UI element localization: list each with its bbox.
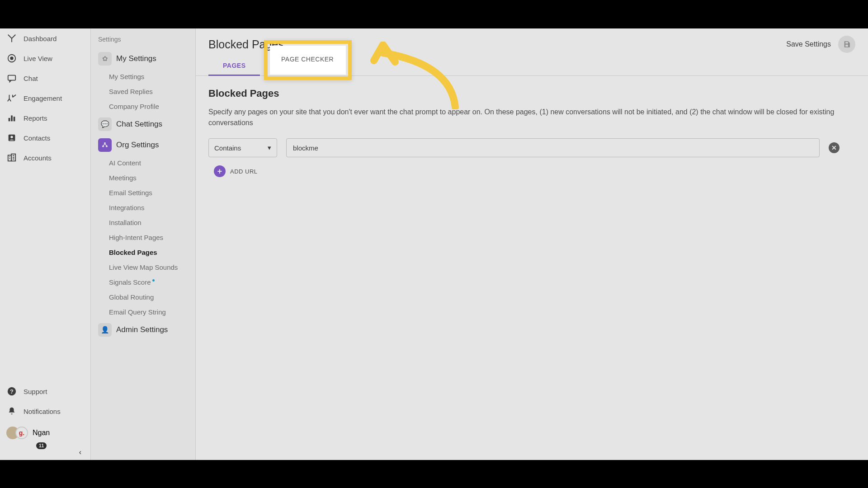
- support-icon: ?: [6, 386, 17, 397]
- nav-label: Live View: [24, 55, 52, 62]
- nav-label: Reports: [24, 114, 47, 122]
- svg-point-1: [10, 57, 13, 60]
- sub-email-settings[interactable]: Email Settings: [91, 185, 195, 200]
- liveview-icon: [6, 53, 17, 64]
- sub-global-routing[interactable]: Global Routing: [91, 290, 195, 305]
- nav-reports[interactable]: Reports: [0, 108, 90, 128]
- save-button[interactable]: [838, 36, 855, 53]
- admin-icon: 👤: [98, 323, 112, 337]
- group-label: Admin Settings: [116, 325, 168, 334]
- nav-engagement[interactable]: Engagement: [0, 88, 90, 108]
- new-dot-icon: [152, 279, 155, 282]
- nav-contacts[interactable]: Contacts: [0, 128, 90, 148]
- sub-my-settings[interactable]: My Settings: [91, 69, 195, 84]
- gear-icon: ✿: [98, 52, 112, 66]
- sub-email-query[interactable]: Email Query String: [91, 305, 195, 319]
- reports-icon: [6, 113, 17, 123]
- chat-icon: [6, 73, 17, 84]
- nav-live-view[interactable]: Live View: [0, 48, 90, 68]
- description: Specify any pages on your site that you …: [208, 107, 850, 128]
- group-label: Org Settings: [116, 141, 159, 150]
- page-title: Blocked Pages: [208, 38, 284, 51]
- section-title: Blocked Pages: [208, 88, 855, 99]
- nav-label: Notifications: [24, 408, 61, 415]
- nav-support[interactable]: ? Support: [0, 381, 90, 401]
- svg-rect-4: [11, 116, 13, 122]
- tab-pages[interactable]: PAGES: [208, 56, 260, 75]
- url-input[interactable]: [286, 138, 820, 157]
- group-admin-settings[interactable]: 👤 Admin Settings: [91, 319, 195, 340]
- tab-page-checker[interactable]: PAGE CHECKER: [260, 56, 341, 75]
- group-chat-settings[interactable]: 💬 Chat Settings: [91, 114, 195, 135]
- save-settings-label: Save Settings: [786, 40, 831, 48]
- svg-rect-3: [9, 118, 10, 121]
- svg-text:?: ?: [10, 388, 14, 395]
- sub-integrations[interactable]: Integrations: [91, 200, 195, 215]
- main-nav-sidebar: Dashboard Live View Chat Engagement Repo…: [0, 28, 91, 460]
- engagement-icon: [6, 93, 17, 103]
- accounts-icon: [6, 152, 17, 163]
- nav-notifications[interactable]: Notifications: [0, 401, 90, 421]
- dashboard-icon: [6, 33, 17, 44]
- remove-url-button[interactable]: ✕: [829, 142, 840, 153]
- save-icon: [843, 40, 851, 48]
- sub-saved-replies[interactable]: Saved Replies: [91, 84, 195, 99]
- nav-label: Chat: [24, 75, 38, 82]
- org-icon: [98, 138, 112, 152]
- svg-rect-5: [14, 117, 15, 121]
- nav-label: Contacts: [24, 134, 50, 142]
- settings-header: Settings: [91, 34, 195, 48]
- main-content: Blocked Pages Save Settings PAGES PAGE C…: [196, 28, 868, 460]
- add-url-button[interactable]: + ADD URL: [208, 163, 855, 180]
- bell-icon: [6, 406, 17, 417]
- add-url-label: ADD URL: [230, 168, 258, 175]
- header-right: Save Settings: [786, 36, 855, 53]
- condition-select[interactable]: Contains ▾: [208, 138, 277, 157]
- content: Blocked Pages Specify any pages on your …: [196, 76, 868, 460]
- notification-badge: 11: [36, 442, 47, 449]
- user-profile[interactable]: g. Ngan 11: [0, 421, 90, 445]
- sub-installation[interactable]: Installation: [91, 215, 195, 230]
- tabs: PAGES PAGE CHECKER: [196, 56, 868, 76]
- svg-point-7: [10, 136, 13, 138]
- group-org-settings[interactable]: Org Settings: [91, 135, 195, 155]
- collapse-sidebar-icon[interactable]: ‹: [79, 448, 81, 456]
- url-row: Contains ▾ ✕: [208, 138, 855, 157]
- main-header: Blocked Pages Save Settings: [196, 28, 868, 53]
- chevron-down-icon: ▾: [268, 144, 271, 152]
- sub-live-view-sounds[interactable]: Live View Map Sounds: [91, 260, 195, 275]
- nav-bottom: ? Support Notifications g. Ngan 11 ‹: [0, 381, 90, 460]
- user-name: Ngan: [33, 429, 50, 437]
- avatar-stack: g.: [6, 426, 26, 440]
- sub-blocked-pages[interactable]: Blocked Pages: [91, 245, 195, 260]
- nav-accounts[interactable]: Accounts: [0, 148, 90, 168]
- group-label: My Settings: [116, 54, 156, 63]
- sub-ai-content[interactable]: AI Content: [91, 155, 195, 170]
- select-value: Contains: [214, 144, 241, 152]
- svg-point-12: [104, 142, 106, 144]
- close-icon: ✕: [831, 144, 837, 151]
- sub-company-profile[interactable]: Company Profile: [91, 99, 195, 114]
- nav-dashboard[interactable]: Dashboard: [0, 28, 90, 48]
- chat-settings-icon: 💬: [98, 117, 112, 131]
- nav-label: Accounts: [24, 154, 52, 162]
- app: Dashboard Live View Chat Engagement Repo…: [0, 28, 868, 460]
- nav-label: Engagement: [24, 94, 62, 102]
- group-label: Chat Settings: [116, 120, 162, 129]
- plus-icon: +: [214, 165, 226, 177]
- sub-high-intent[interactable]: High-Intent Pages: [91, 230, 195, 245]
- settings-sidebar: Settings ✿ My Settings My Settings Saved…: [91, 28, 196, 460]
- nav-chat[interactable]: Chat: [0, 68, 90, 88]
- sub-signals-score[interactable]: Signals Score: [91, 275, 195, 290]
- avatar-initial: g.: [15, 427, 28, 439]
- group-my-settings[interactable]: ✿ My Settings: [91, 48, 195, 69]
- svg-rect-2: [8, 75, 16, 80]
- sub-meetings[interactable]: Meetings: [91, 170, 195, 185]
- nav-label: Dashboard: [24, 35, 57, 42]
- nav-label: Support: [24, 388, 47, 395]
- contacts-icon: [6, 132, 17, 143]
